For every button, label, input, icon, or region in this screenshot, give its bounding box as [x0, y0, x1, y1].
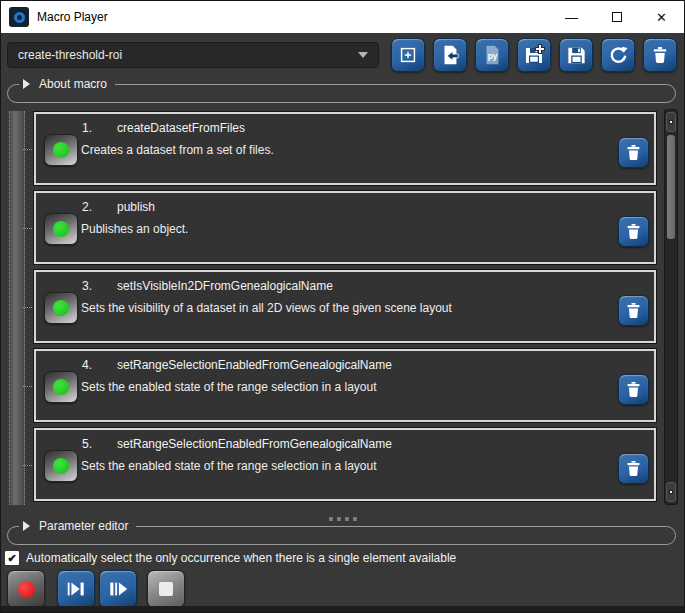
step-status-button[interactable]	[44, 292, 78, 324]
python-file-icon: py	[481, 44, 503, 66]
import-macro-button[interactable]	[433, 38, 467, 72]
step-name: setRangeSelectionEnabledFromGenealogical…	[117, 437, 392, 451]
steps-scrollbar[interactable]	[664, 109, 678, 505]
step-name: publish	[117, 200, 155, 214]
macro-toolbar: py	[391, 38, 677, 72]
macro-step-5[interactable]: 5.setRangeSelectionEnabledFromGenealogic…	[34, 428, 656, 501]
stop-icon	[159, 582, 173, 596]
green-status-icon	[53, 458, 69, 474]
record-icon	[18, 581, 35, 598]
macro-selector-dropdown[interactable]: create-threshold-roi	[7, 42, 379, 68]
record-button[interactable]	[7, 570, 45, 608]
titlebar: Macro Player — ✕	[1, 1, 684, 33]
parameter-editor-label: Parameter editor	[39, 519, 128, 533]
about-macro-label: About macro	[39, 77, 107, 91]
about-macro-section: About macro	[7, 77, 676, 103]
step-name: createDatasetFromFiles	[117, 121, 245, 135]
delete-step-button[interactable]	[618, 216, 649, 247]
trash-icon	[624, 459, 643, 478]
step-description: Sets the visibility of a dataset in all …	[81, 301, 452, 315]
steps-rail	[9, 111, 25, 505]
scroll-down-button[interactable]	[666, 482, 676, 502]
macro-step-3[interactable]: 3.setIsVisibleIn2DFromGenealogicalName S…	[34, 270, 656, 343]
step-number: 1.	[82, 121, 117, 135]
step-status-button[interactable]	[44, 213, 78, 245]
chevron-down-icon	[358, 52, 368, 58]
step-description: Sets the enabled state of the range sele…	[81, 380, 377, 394]
green-status-icon	[53, 379, 69, 395]
window-bottom-border	[1, 606, 684, 612]
step-status-button[interactable]	[44, 134, 78, 166]
app-icon	[9, 7, 29, 27]
new-macro-button[interactable]	[391, 38, 425, 72]
save-button[interactable]	[559, 38, 593, 72]
step-number: 4.	[82, 358, 117, 372]
step-number: 3.	[82, 279, 117, 293]
plus-square-icon	[397, 44, 419, 66]
auto-select-option[interactable]: ✔ Automatically select the only occurren…	[5, 551, 456, 565]
reload-button[interactable]	[601, 38, 635, 72]
window-title: Macro Player	[37, 10, 108, 24]
close-button[interactable]: ✕	[639, 1, 684, 33]
save-as-button[interactable]	[517, 38, 551, 72]
step-name: setRangeSelectionEnabledFromGenealogical…	[117, 358, 392, 372]
trash-icon	[624, 301, 643, 320]
green-status-icon	[53, 142, 69, 158]
auto-select-label: Automatically select the only occurrence…	[26, 551, 456, 565]
trash-icon	[624, 222, 643, 241]
step-number: 5.	[82, 437, 117, 451]
delete-step-button[interactable]	[618, 453, 649, 484]
scroll-up-button[interactable]	[666, 112, 676, 132]
save-as-icon	[522, 43, 546, 67]
macro-step-2[interactable]: 2.publish Publishes an object.	[34, 191, 656, 264]
step-status-button[interactable]	[44, 450, 78, 482]
delete-macro-button[interactable]	[643, 38, 677, 72]
import-file-icon	[439, 44, 461, 66]
step-status-button[interactable]	[44, 371, 78, 403]
collapsed-arrow-icon	[23, 79, 30, 89]
trash-icon	[650, 45, 670, 65]
transport-bar	[7, 570, 185, 608]
macro-steps-list: 1.createDatasetFromFiles Creates a datas…	[1, 109, 684, 507]
stop-button[interactable]	[147, 570, 185, 608]
green-status-icon	[53, 221, 69, 237]
step-description: Publishes an object.	[81, 222, 188, 236]
macro-player-window: Macro Player — ✕ create-threshold-roi	[0, 0, 685, 613]
main-area: create-threshold-roi py	[1, 33, 684, 608]
about-macro-header[interactable]: About macro	[19, 77, 115, 91]
macro-selector-value: create-threshold-roi	[18, 48, 122, 62]
trash-icon	[624, 143, 643, 162]
minimize-button[interactable]: —	[549, 1, 594, 33]
scrollbar-thumb[interactable]	[667, 135, 675, 239]
step-description: Sets the enabled state of the range sele…	[81, 459, 377, 473]
step-name: setIsVisibleIn2DFromGenealogicalName	[117, 279, 333, 293]
parameter-editor-section: Parameter editor	[7, 519, 676, 545]
svg-text:py: py	[488, 52, 498, 61]
macro-step-1[interactable]: 1.createDatasetFromFiles Creates a datas…	[34, 112, 656, 185]
step-number: 2.	[82, 200, 117, 214]
continue-button[interactable]	[99, 570, 137, 608]
step-forward-button[interactable]	[57, 570, 95, 608]
collapsed-arrow-icon	[23, 521, 30, 531]
refresh-icon	[607, 44, 630, 67]
delete-step-button[interactable]	[618, 137, 649, 168]
delete-step-button[interactable]	[618, 374, 649, 405]
trash-icon	[624, 380, 643, 399]
play-to-next-icon	[65, 578, 87, 600]
green-status-icon	[53, 300, 69, 316]
auto-select-checkbox[interactable]: ✔	[5, 551, 19, 565]
parameter-editor-header[interactable]: Parameter editor	[19, 519, 136, 533]
resume-play-icon	[107, 578, 129, 600]
macro-step-4[interactable]: 4.setRangeSelectionEnabledFromGenealogic…	[34, 349, 656, 422]
maximize-button[interactable]	[594, 1, 639, 33]
maximize-icon	[612, 12, 622, 22]
save-icon	[565, 44, 588, 67]
step-description: Creates a dataset from a set of files.	[81, 143, 274, 157]
delete-step-button[interactable]	[618, 295, 649, 326]
export-python-button[interactable]: py	[475, 38, 509, 72]
